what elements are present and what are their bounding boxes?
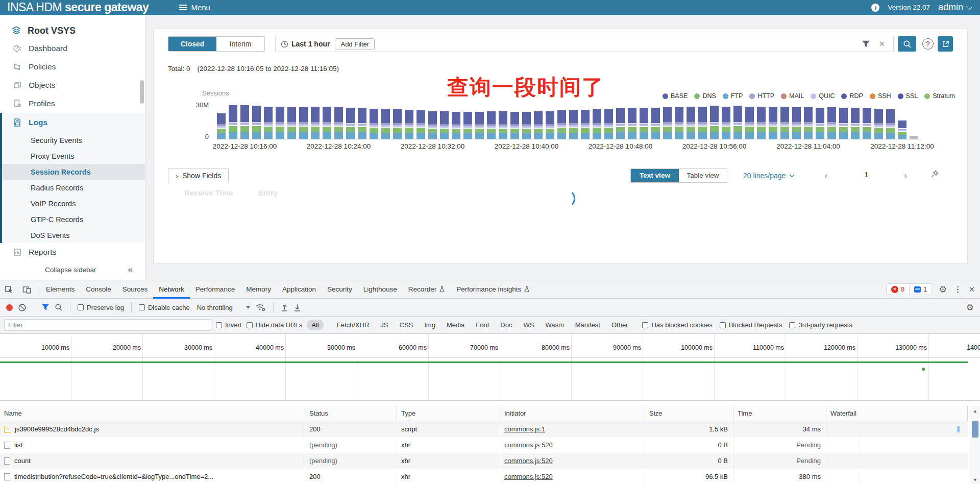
chart-bar[interactable] [616,108,625,139]
request-type-pill-ws[interactable]: WS [519,320,538,330]
table-view-button[interactable]: Table view [679,169,727,182]
chart-bar[interactable] [898,120,906,139]
record-button[interactable] [6,304,13,311]
chart-bar[interactable] [863,108,871,139]
chart-bar[interactable] [874,109,883,139]
help-button[interactable]: ? [922,38,934,50]
menu-button[interactable]: Menu [179,3,210,12]
request-type-pill-js[interactable]: JS [376,320,393,330]
tab-application[interactable]: Application [277,280,322,299]
chart-bar[interactable] [499,111,507,139]
next-page-button[interactable]: › [904,170,907,181]
request-type-pill-fetch-xhr[interactable]: Fetch/XHR [332,320,374,330]
scroll-up-icon[interactable]: ▲ [970,408,980,414]
user-menu[interactable]: admin [938,2,971,13]
filter-input-area[interactable]: Last 1 hour Add Filter ✕ [275,36,894,52]
tab-memory[interactable]: Memory [240,280,277,299]
sidebar-item-gtp-c-records[interactable]: GTP-C Records [2,211,145,227]
request-name-cell[interactable]: timedistribution?refuseCode=true&clientI… [0,469,305,484]
chart-bar[interactable] [557,110,566,139]
chart-bar[interactable] [276,107,284,139]
tab-network[interactable]: Network [153,280,190,299]
show-fields-button[interactable]: › Show Fields [168,168,229,183]
sidebar-item-session-records[interactable]: Session Records [2,164,145,180]
request-name-cell[interactable]: ‹›js3900e999528cd4bdc2dc.js [0,421,305,437]
chart-bar[interactable] [287,107,296,139]
chart-bar[interactable] [405,110,413,139]
chart-bar[interactable] [569,110,578,139]
has-blocked-cookies-checkbox[interactable]: Has blocked cookies [642,321,712,329]
chart-bar[interactable] [323,107,331,139]
network-settings-gear-icon[interactable]: ⚙ [966,302,974,313]
chart-bar[interactable] [839,108,848,139]
chart-bar[interactable] [416,110,425,139]
throttling-select[interactable]: No throttling [197,304,250,311]
initiator-link[interactable]: commons.js:1 [504,425,545,433]
clear-filter-icon[interactable]: ✕ [875,39,888,49]
column-header-name[interactable]: Name [0,406,305,421]
request-name-cell[interactable]: count [0,453,305,469]
chart-bar[interactable] [722,107,730,139]
chart-bar[interactable] [264,107,273,139]
hide-data-urls-checkbox[interactable]: Hide data URLs [247,321,303,329]
sidebar-item-profiles[interactable]: Profiles [0,94,145,113]
kebab-menu-icon[interactable]: ⋮ [953,284,962,294]
filter-funnel-icon[interactable] [862,40,870,48]
chart-bar[interactable] [252,106,261,139]
sidebar-item-radius-records[interactable]: Radius Records [2,180,145,196]
chart-bar[interactable] [698,107,707,139]
chart-bar[interactable] [804,107,813,139]
chart-bar[interactable] [534,111,543,139]
chart-bar[interactable] [640,108,648,139]
prev-page-button[interactable]: ‹ [824,170,827,181]
chart-bar[interactable] [581,110,590,139]
chart-bar[interactable] [229,105,237,139]
chart-bar[interactable] [393,109,402,139]
request-type-pill-manifest[interactable]: Manifest [571,320,605,330]
tab-sources[interactable]: Sources [117,280,154,299]
import-har-icon[interactable] [281,303,288,311]
devtools-settings-gear-icon[interactable]: ⚙ [939,284,947,295]
device-toolbar-icon[interactable] [18,285,36,294]
chart-bar[interactable] [381,109,390,139]
table-row[interactable]: list(pending)xhrcommons.js:5200 BPending [0,437,968,453]
network-search-icon[interactable] [55,303,63,311]
scroll-down-icon[interactable]: ▼ [970,477,980,482]
chart-bar[interactable] [628,108,636,139]
sidebar-item-proxy-events[interactable]: Proxy Events [2,148,145,164]
tab-elements[interactable]: Elements [40,280,80,299]
chart-bar[interactable] [745,107,754,139]
sidebar-item-voip-records[interactable]: VoIP Records [2,196,145,211]
request-name-cell[interactable]: list [0,437,305,453]
network-filter-input[interactable] [4,319,211,331]
network-conditions-icon[interactable] [255,303,266,312]
chart-bar[interactable] [910,136,918,139]
chart-bar[interactable] [827,107,836,139]
tab-console[interactable]: Console [80,280,117,299]
initiator-link[interactable]: commons.js:520 [504,441,553,449]
scrollbar-thumb[interactable] [972,421,978,438]
tab-performance[interactable]: Performance [190,280,240,299]
request-type-pill-doc[interactable]: Doc [496,320,517,330]
tab-security[interactable]: Security [322,280,358,299]
add-filter-button[interactable]: Add Filter [335,38,375,50]
request-type-pill-css[interactable]: CSS [395,320,418,330]
info-icon[interactable]: i [871,4,879,12]
export-button[interactable] [938,36,953,52]
chart-bar[interactable] [769,107,777,139]
invert-checkbox[interactable]: Invert [216,321,242,329]
chart-bar[interactable] [428,111,437,139]
3rd-party-requests-checkbox[interactable]: 3rd-party requests [789,321,852,329]
time-range-selector[interactable]: Last 1 hour [281,40,330,48]
chart-bar[interactable] [780,107,789,139]
chart-bar[interactable] [487,111,496,139]
chart-bar[interactable] [463,112,472,139]
chart-bar[interactable] [475,112,484,139]
chart-bar[interactable] [217,113,226,139]
column-header-initiator[interactable]: Initiator [500,406,645,421]
interim-toggle-button[interactable]: Interim [216,37,264,51]
collapse-sidebar-button[interactable]: Collapse sidebar « [0,263,145,276]
table-row[interactable]: ‹›js3900e999528cd4bdc2dc.js200scriptcomm… [0,421,968,437]
search-button[interactable] [898,36,916,52]
sidebar-item-dashboard[interactable]: Dashboard [0,39,145,58]
